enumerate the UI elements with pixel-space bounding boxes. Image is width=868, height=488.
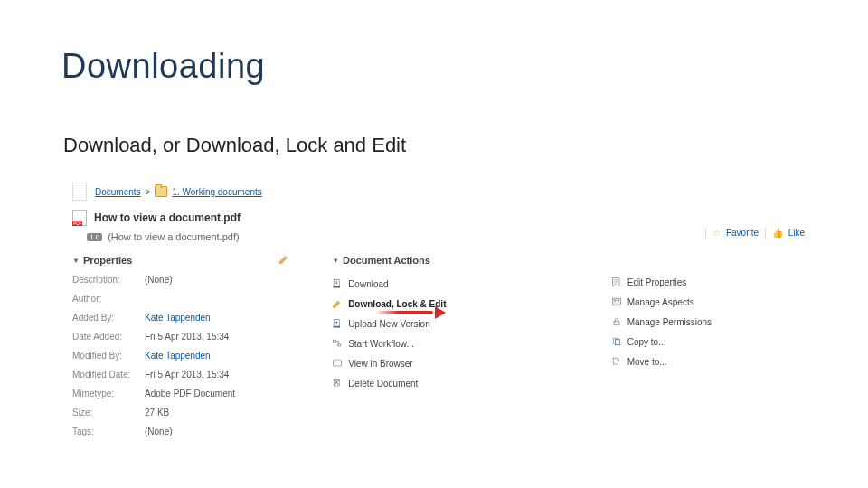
disclosure-triangle-icon: ▼ xyxy=(332,257,339,265)
action-label: Move to... xyxy=(627,357,667,367)
svg-rect-11 xyxy=(614,300,616,302)
separator: | xyxy=(704,228,707,238)
document-header: How to view a document.pdf xyxy=(72,210,805,226)
action-download-lock-edit[interactable]: Download, Lock & Edit xyxy=(332,298,584,309)
pencil-icon xyxy=(332,298,343,309)
svg-rect-4 xyxy=(334,340,336,342)
prop-modified-date: Modified Date: Fri 5 Apr 2013, 15:34 xyxy=(72,370,305,380)
columns: ▼ Properties Description: (None) Author:… xyxy=(72,255,805,446)
right-actions-panel: Edit Properties Manage Aspects Manage Pe… xyxy=(611,255,805,446)
action-copy-to[interactable]: Copy to... xyxy=(611,336,805,347)
prop-label: Date Added: xyxy=(72,332,145,342)
action-edit-properties[interactable]: Edit Properties xyxy=(611,277,805,287)
prop-value-user[interactable]: Kate Tappenden xyxy=(145,313,211,323)
prop-date-added: Date Added: Fri 5 Apr 2013, 15:34 xyxy=(72,332,305,342)
breadcrumb-sep: > xyxy=(146,187,151,197)
action-start-workflow[interactable]: Start Workflow... xyxy=(332,338,584,349)
document-thumbnail-icon xyxy=(72,183,87,201)
svg-rect-10 xyxy=(612,298,620,305)
document-actions-header[interactable]: ▼ Document Actions xyxy=(332,255,584,266)
like-link[interactable]: Like xyxy=(788,228,805,238)
action-upload-new-version[interactable]: Upload New Version xyxy=(332,318,584,329)
action-move-to[interactable]: Move to... xyxy=(611,356,805,367)
permissions-icon xyxy=(611,316,622,327)
prop-added-by: Added By: Kate Tappenden xyxy=(72,313,305,323)
prop-author: Author: xyxy=(72,294,305,304)
action-label: Copy to... xyxy=(627,337,666,347)
properties-icon xyxy=(611,277,622,287)
prop-size: Size: 27 KB xyxy=(72,408,305,418)
document-title: How to view a document.pdf xyxy=(94,211,241,224)
download-icon xyxy=(332,278,343,289)
prop-tags: Tags: (None) xyxy=(72,427,305,436)
prop-value: Adobe PDF Document xyxy=(145,389,235,399)
prop-label: Modified Date: xyxy=(72,370,145,380)
breadcrumb-root[interactable]: Documents xyxy=(95,187,141,197)
copy-icon xyxy=(611,336,622,347)
delete-icon xyxy=(332,378,343,389)
prop-label: Modified By: xyxy=(72,351,145,361)
arrow-shaft xyxy=(375,311,433,314)
document-actions-panel: ▼ Document Actions Download Down xyxy=(332,255,584,446)
prop-value-user[interactable]: Kate Tappenden xyxy=(145,351,211,361)
arrow-head-icon xyxy=(435,306,446,319)
disclosure-triangle-icon: ▼ xyxy=(72,257,80,265)
prop-label: Author: xyxy=(72,294,145,304)
prop-description: Description: (None) xyxy=(72,275,305,285)
aspects-icon xyxy=(611,296,622,307)
prop-value: Fri 5 Apr 2013, 15:34 xyxy=(145,370,229,380)
svg-rect-13 xyxy=(614,321,619,325)
document-filename: (How to view a document.pdf) xyxy=(108,231,240,242)
star-icon: ☆ xyxy=(712,228,721,238)
pdf-icon xyxy=(72,210,87,226)
action-label: Edit Properties xyxy=(627,277,687,287)
action-label: Start Workflow... xyxy=(348,339,414,349)
action-label: View in Browser xyxy=(348,359,413,369)
top-links: | ☆ Favorite | 👍 Like xyxy=(704,228,805,238)
action-manage-permissions[interactable]: Manage Permissions xyxy=(611,316,805,327)
breadcrumb: Documents > 1. Working documents xyxy=(72,183,805,201)
right-action-list: Edit Properties Manage Aspects Manage Pe… xyxy=(611,277,805,367)
svg-rect-7 xyxy=(334,360,342,361)
move-icon xyxy=(611,356,622,367)
action-label: Manage Permissions xyxy=(627,317,712,327)
action-list: Download Download, Lock & Edit Upload Ne… xyxy=(332,278,584,389)
app-screenshot: Documents > 1. Working documents How to … xyxy=(72,183,805,436)
upload-icon xyxy=(332,318,343,329)
browser-icon xyxy=(332,358,343,369)
like-icon: 👍 xyxy=(772,228,783,238)
prop-label: Mimetype: xyxy=(72,389,145,399)
prop-value: (None) xyxy=(145,427,173,436)
action-label: Delete Document xyxy=(348,379,418,389)
highlight-arrow xyxy=(375,306,446,319)
svg-rect-3 xyxy=(334,326,341,328)
separator: | xyxy=(764,228,767,238)
action-delete-document[interactable]: Delete Document xyxy=(332,378,584,389)
prop-label: Size: xyxy=(72,408,145,418)
svg-rect-1 xyxy=(334,286,341,288)
folder-icon xyxy=(155,186,167,197)
prop-modified-by: Modified By: Kate Tappenden xyxy=(72,351,305,361)
action-label: Download xyxy=(348,279,388,289)
prop-value: (None) xyxy=(145,275,173,285)
document-subheader: 1.0 (How to view a document.pdf) xyxy=(87,231,805,242)
favorite-link[interactable]: Favorite xyxy=(726,228,759,238)
prop-label: Added By: xyxy=(72,313,145,323)
action-view-in-browser[interactable]: View in Browser xyxy=(332,358,584,369)
properties-header-label: Properties xyxy=(83,255,132,266)
svg-rect-12 xyxy=(617,300,618,302)
breadcrumb-folder[interactable]: 1. Working documents xyxy=(172,187,261,197)
page-subtitle: Download, or Download, Lock and Edit xyxy=(63,134,406,157)
action-label: Upload New Version xyxy=(348,319,430,329)
page-title: Downloading xyxy=(61,47,265,86)
properties-panel: ▼ Properties Description: (None) Author:… xyxy=(72,255,305,446)
edit-pencil-icon[interactable] xyxy=(278,255,288,265)
action-manage-aspects[interactable]: Manage Aspects xyxy=(611,296,805,307)
prop-mimetype: Mimetype: Adobe PDF Document xyxy=(72,389,305,399)
version-badge: 1.0 xyxy=(87,233,102,241)
prop-label: Tags: xyxy=(72,427,145,436)
action-download[interactable]: Download xyxy=(332,278,584,289)
document-actions-header-label: Document Actions xyxy=(343,255,430,266)
svg-rect-15 xyxy=(615,340,619,345)
properties-header[interactable]: ▼ Properties xyxy=(72,255,305,266)
